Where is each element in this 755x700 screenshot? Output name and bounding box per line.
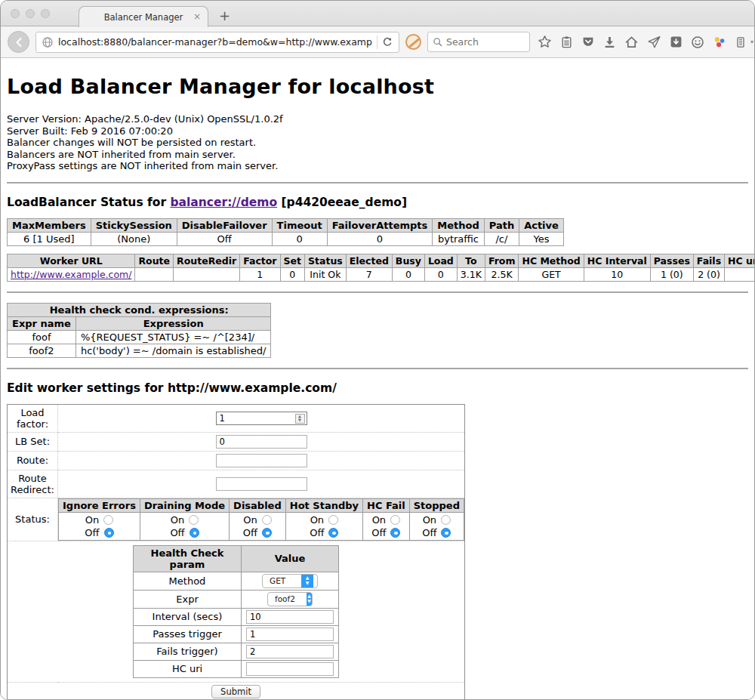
interval-cell: [242, 608, 339, 625]
interval-input[interactable]: [246, 610, 334, 624]
on-label: On: [423, 514, 436, 526]
cell-method: bytraffic: [433, 232, 484, 245]
close-window-button[interactable]: [11, 9, 20, 18]
method-select[interactable]: GET ▲▼: [262, 574, 318, 588]
proxypass-note-line: ProxyPass settings are NOT inherited fro…: [7, 160, 748, 172]
column-header: Active: [519, 218, 564, 232]
tab-bar: Balancer Manager × +: [1, 1, 754, 26]
route-input[interactable]: [216, 454, 307, 467]
passes-input[interactable]: [246, 628, 334, 641]
minimize-window-button[interactable]: [26, 9, 35, 18]
balancer-demo-link[interactable]: balancer://demo: [170, 196, 277, 209]
cell-worker-url: http://www.example.com/: [8, 267, 135, 281]
divider: [7, 368, 748, 369]
home-icon[interactable]: [624, 35, 639, 49]
select-stepper-icon: ▲▼: [301, 574, 313, 588]
table-header-row: MaxMembers StickySession DisableFailover…: [8, 218, 564, 232]
health-check-cell: Health Check param Value Method GET ▲▼: [8, 541, 465, 682]
form-row-route-redirect: Route Redirect:: [8, 470, 465, 498]
table-header-row: Ignore Errors Draining Mode Disabled Hot…: [59, 498, 464, 512]
zoom-window-button[interactable]: [41, 9, 50, 18]
tab-close-icon[interactable]: ×: [193, 11, 201, 22]
back-button[interactable]: [8, 31, 29, 53]
hot-standby-off-radio[interactable]: [328, 528, 338, 538]
column-header: Stopped: [409, 498, 464, 512]
column-header: HC uri: [725, 254, 755, 267]
off-label: Off: [310, 527, 324, 538]
column-header: Factor: [240, 254, 280, 267]
chevron-down-icon[interactable]: ▾: [750, 39, 753, 45]
search-box[interactable]: [427, 32, 530, 52]
column-header: From: [485, 254, 519, 267]
status-heading-suffix: [p4420eeae_demo]: [277, 196, 407, 209]
stopped-on-radio[interactable]: [441, 515, 451, 525]
form-row-lb-set: LB Set:: [8, 432, 465, 451]
off-label: Off: [170, 527, 184, 538]
cell-hc-interval: 10: [584, 267, 650, 281]
search-input[interactable]: [446, 36, 514, 48]
column-header: Timeout: [272, 218, 327, 232]
ignore-errors-on-radio[interactable]: [103, 515, 113, 525]
hc-fail-off-radio[interactable]: [390, 528, 400, 538]
container-icon[interactable]: [735, 35, 747, 49]
extensions-dots-icon[interactable]: [713, 35, 726, 49]
adblock-icon[interactable]: [405, 34, 421, 50]
column-header: FailoverAttempts: [327, 218, 433, 232]
table-row: On Off On Off On Off: [59, 512, 464, 540]
cell-routeredir: [174, 267, 240, 281]
number-stepper-icon[interactable]: ▲▼: [295, 414, 305, 424]
submit-cell: Submit: [8, 682, 465, 700]
download-icon[interactable]: [603, 35, 616, 49]
select-stepper-icon: ▲▼: [307, 592, 312, 606]
cell-hc-method: GET: [519, 267, 584, 281]
submit-button[interactable]: Submit: [211, 685, 260, 698]
table-row: HC uri: [134, 660, 339, 677]
expr-label: Expr: [134, 590, 242, 608]
address-bar[interactable]: localhost:8880/balancer-manager?b=demo&w…: [35, 32, 399, 53]
column-header: Busy: [392, 254, 424, 267]
lb-set-input[interactable]: [216, 435, 307, 449]
hot-standby-on-radio[interactable]: [328, 515, 338, 525]
ignore-errors-off-radio[interactable]: [104, 528, 114, 538]
pocket-icon[interactable]: [581, 35, 595, 48]
boxed-download-icon[interactable]: [670, 35, 683, 48]
lb-set-label: LB Set:: [8, 432, 58, 451]
stopped-off-radio[interactable]: [441, 528, 451, 538]
draining-mode-off-radio[interactable]: [190, 528, 199, 538]
cell-failoverattempts: 0: [327, 232, 433, 245]
tab-balancer-manager[interactable]: Balancer Manager ×: [79, 6, 208, 27]
table-title-row: Health check cond. expressions:: [8, 303, 271, 316]
load-factor-input[interactable]: [216, 412, 307, 425]
new-tab-button[interactable]: +: [219, 8, 230, 23]
health-check-expressions-table: Health check cond. expressions: Expr nam…: [7, 303, 271, 358]
column-header: Fails: [693, 254, 724, 267]
column-header: Route: [135, 254, 174, 267]
hc-uri-input[interactable]: [246, 662, 334, 676]
route-redirect-input[interactable]: [216, 477, 307, 491]
disabled-on-radio[interactable]: [262, 515, 272, 525]
status-option-stopped: On Off: [409, 512, 464, 540]
worker-url-link[interactable]: http://www.example.com/: [11, 269, 131, 280]
cell-expr-name: foof2: [8, 344, 76, 357]
on-label: On: [372, 514, 386, 526]
disabled-off-radio[interactable]: [262, 528, 272, 538]
bookmark-star-icon[interactable]: [538, 35, 552, 49]
table-row: http://www.example.com/ 1 0 Init Ok 7 0 …: [8, 267, 755, 281]
on-label: On: [310, 514, 324, 526]
form-row-submit: Submit: [8, 682, 465, 700]
chat-smiley-icon[interactable]: [691, 35, 704, 49]
url-text[interactable]: localhost:8880/balancer-manager?b=demo&w…: [58, 36, 372, 48]
column-header: Disabled: [230, 498, 286, 512]
reload-icon[interactable]: [382, 36, 393, 48]
on-label: On: [171, 514, 184, 526]
hc-fail-on-radio[interactable]: [390, 515, 400, 525]
draining-mode-on-radio[interactable]: [189, 515, 199, 525]
persist-note-line: Balancer changes will NOT be persisted o…: [7, 137, 748, 149]
fails-input[interactable]: [246, 645, 334, 658]
reading-list-icon[interactable]: [560, 35, 573, 49]
cell-busy: 0: [392, 267, 424, 281]
form-row-status: Status: Ignore Errors Draining Mode Disa…: [8, 498, 465, 541]
search-icon: [433, 37, 442, 47]
expr-select[interactable]: foof2 ▲▼: [267, 592, 313, 606]
send-icon[interactable]: [647, 35, 661, 49]
